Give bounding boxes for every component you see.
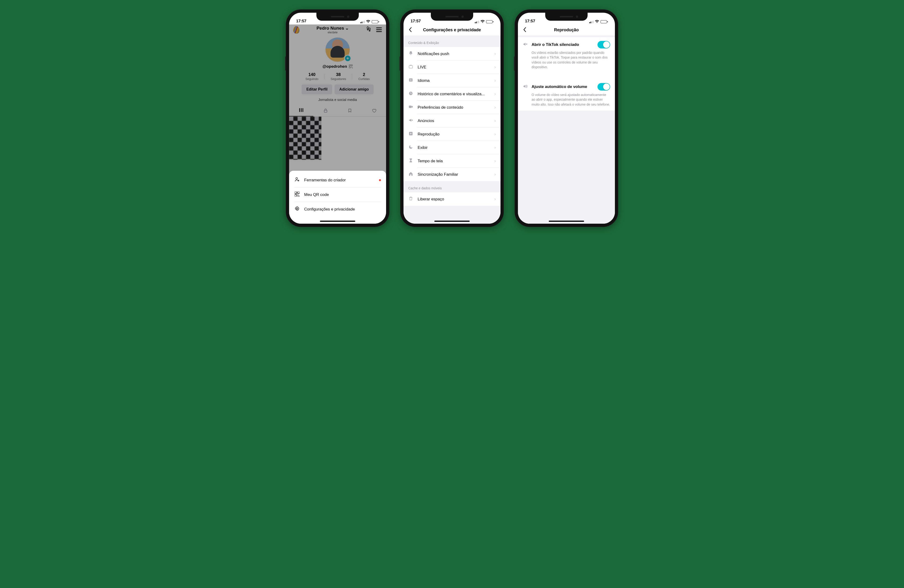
nav-bar: Configurações e privacidade (403, 24, 501, 36)
section-header-cache: Cache e dados móveis (403, 181, 501, 192)
notch (545, 13, 588, 21)
svg-point-17 (296, 208, 298, 209)
svg-rect-15 (299, 196, 299, 196)
row-history[interactable]: Histórico de comentários e visualiza... … (403, 87, 501, 101)
wifi-icon (366, 20, 370, 24)
svg-point-10 (296, 178, 297, 179)
svg-rect-22 (409, 106, 412, 108)
video-icon (408, 104, 413, 110)
chevron-right-icon: › (495, 145, 496, 150)
battery-icon: 16 (601, 20, 608, 23)
chevron-right-icon: › (495, 65, 496, 69)
battery-icon: 16 (372, 20, 379, 23)
svg-rect-13 (295, 194, 297, 196)
bell-icon (408, 51, 413, 57)
volume-icon (523, 84, 528, 90)
toggle-auto-volume[interactable] (597, 83, 610, 91)
setting-description: Os vídeos estarão silenciados por padrão… (523, 50, 610, 69)
sheet-label: Ferramentas do criador (304, 178, 346, 183)
moon-icon (408, 145, 413, 151)
svg-rect-12 (297, 192, 299, 194)
row-push-notifications[interactable]: Notificações push › (403, 47, 501, 60)
sheet-qr-code[interactable]: Meu QR code (289, 188, 386, 202)
profile-bottom-sheet: Ferramentas do criador Meu QR code Confi… (289, 171, 386, 224)
svg-rect-14 (297, 194, 298, 195)
row-language[interactable]: A Idioma › (403, 74, 501, 87)
device-playback: 17:57 16 Reprodução Abrir o TikTok silen… (515, 9, 618, 227)
home-indicator[interactable] (435, 221, 469, 222)
chevron-right-icon: › (495, 197, 496, 202)
play-icon (408, 131, 413, 137)
svg-rect-11 (295, 192, 297, 194)
wifi-icon (595, 20, 599, 24)
notch (316, 13, 359, 21)
nav-bar: Reprodução (518, 24, 615, 36)
home-icon (408, 172, 413, 177)
home-indicator[interactable] (320, 221, 355, 222)
notch (431, 13, 473, 21)
sheet-label: Meu QR code (304, 192, 329, 197)
sheet-creator-tools[interactable]: Ferramentas do criador (289, 173, 386, 188)
chevron-right-icon: › (495, 78, 496, 83)
cellular-signal-icon (360, 20, 365, 23)
notification-dot (379, 179, 381, 181)
clock-icon (408, 91, 413, 97)
hourglass-icon (408, 158, 413, 164)
row-free-space[interactable]: Liberar espaço › (403, 192, 501, 206)
sheet-label: Configurações e privacidade (304, 207, 355, 212)
page-title: Configurações e privacidade (423, 27, 481, 33)
chevron-right-icon: › (495, 105, 496, 110)
tv-icon (408, 64, 413, 70)
wifi-icon (480, 20, 485, 24)
page-title: Reprodução (554, 27, 578, 33)
row-content-prefs[interactable]: Preferências de conteúdo › (403, 101, 501, 114)
back-button[interactable] (407, 26, 414, 34)
status-time: 17:57 (296, 19, 306, 24)
device-profile: 17:57 16 Pedro Nunes⌄ ele/dele (286, 9, 389, 227)
row-screentime[interactable]: Tempo de tela › (403, 154, 501, 168)
row-playback[interactable]: Reprodução › (403, 128, 501, 141)
battery-icon: 16 (486, 20, 493, 23)
setting-description: O volume do vídeo será ajustado automati… (523, 93, 610, 107)
setting-mute-on-open: Abrir o TikTok silenciado Os vídeos esta… (518, 37, 615, 73)
chevron-right-icon: › (495, 172, 496, 177)
row-ads[interactable]: Anúncios › (403, 114, 501, 128)
status-time: 17:57 (525, 19, 535, 24)
home-indicator[interactable] (549, 221, 584, 222)
row-display[interactable]: Exibir › (403, 141, 501, 154)
person-star-icon (294, 177, 300, 183)
device-settings: 17:57 16 Configurações e privacidade Con… (400, 9, 504, 227)
gear-icon (294, 206, 300, 212)
cellular-signal-icon (475, 20, 479, 23)
volume-mute-icon (523, 42, 528, 48)
svg-rect-18 (409, 66, 412, 68)
chevron-right-icon: › (495, 118, 496, 123)
section-header-content: Conteúdo & Exibição (403, 36, 501, 47)
back-button[interactable] (521, 26, 528, 34)
row-family-sync[interactable]: Sincronização Familiar › (403, 168, 501, 181)
svg-rect-16 (297, 196, 298, 196)
chevron-right-icon: › (495, 159, 496, 164)
svg-text:A: A (410, 79, 412, 81)
trash-icon (408, 196, 413, 202)
language-icon: A (408, 77, 413, 84)
chevron-right-icon: › (495, 132, 496, 137)
chevron-right-icon: › (495, 51, 496, 56)
cellular-signal-icon (589, 20, 593, 23)
toggle-mute-on-open[interactable] (597, 41, 610, 49)
chevron-right-icon: › (495, 91, 496, 96)
megaphone-icon (408, 118, 413, 124)
sheet-settings[interactable]: Configurações e privacidade (289, 202, 386, 217)
setting-auto-volume: Ajuste automático de volume O volume do … (518, 79, 615, 110)
row-live[interactable]: LIVE › (403, 60, 501, 74)
qr-icon (294, 192, 300, 197)
status-time: 17:57 (411, 19, 421, 24)
